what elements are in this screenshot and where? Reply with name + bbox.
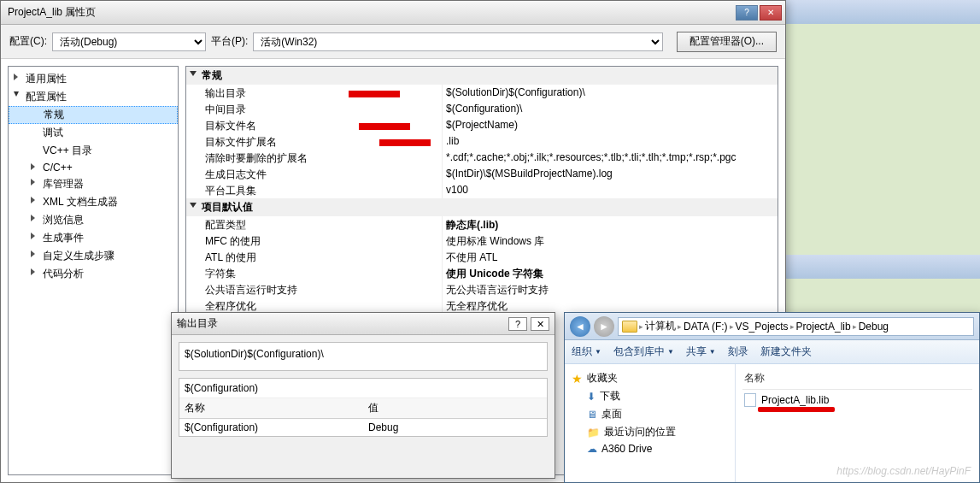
pg-value: *.cdf;*.cache;*.obj;*.ilk;*.resources;*.…	[443, 150, 778, 166]
category-tree[interactable]: 通用属性配置属性常规调试VC++ 目录C/C++库管理器XML 文档生成器浏览信…	[8, 66, 179, 475]
pg-row[interactable]: MFC 的使用使用标准 Windows 库	[186, 233, 778, 249]
desktop-node[interactable]: 🖥桌面	[568, 405, 731, 423]
explorer-toolbar: 组织▼ 包含到库中▼ 共享▼ 刻录 新建文件夹	[565, 340, 979, 364]
tree-item-3[interactable]: 调试	[9, 124, 178, 142]
macro-expanded-value[interactable]: $(SolutionDir)$(Configuration)\	[179, 342, 548, 371]
tree-item-6[interactable]: 库管理器	[9, 175, 178, 193]
annotation-mark	[349, 91, 400, 97]
tree-item-8[interactable]: 浏览信息	[9, 211, 178, 229]
pg-section-1[interactable]: 项目默认值	[186, 198, 778, 216]
bc-computer[interactable]: 计算机	[645, 319, 676, 333]
tree-item-label: 浏览信息	[43, 214, 84, 226]
pg-row[interactable]: 公共语言运行时支持无公共语言运行时支持	[186, 281, 778, 297]
platform-select[interactable]: 活动(Win32)	[253, 32, 663, 51]
config-manager-button[interactable]: 配置管理器(O)...	[677, 32, 777, 52]
macro-close-button[interactable]: ✕	[531, 317, 549, 331]
tree-item-10[interactable]: 自定义生成步骤	[9, 247, 178, 265]
nav-back-button[interactable]: ◄	[570, 316, 590, 337]
newfolder-button[interactable]: 新建文件夹	[760, 345, 812, 359]
explorer-nav: ◄ ► ▸ 计算机▸ DATA (F:)▸ VS_Pojects▸ Projec…	[565, 313, 979, 340]
pg-value: .lib	[443, 133, 778, 150]
config-select[interactable]: 活动(Debug)	[52, 32, 206, 51]
recent-node[interactable]: 📁最近访问的位置	[568, 423, 731, 441]
pg-key: 目标文件名	[186, 117, 443, 133]
pg-row[interactable]: 清除时要删除的扩展名*.cdf;*.cache;*.obj;*.ilk;*.re…	[186, 150, 778, 166]
tree-item-label: 常规	[44, 109, 64, 121]
macro-table: $(Configuration) 名称 值 $(Configuration) D…	[179, 378, 548, 437]
tree-item-9[interactable]: 生成事件	[9, 229, 178, 247]
macro-row[interactable]: $(Configuration) Debug	[179, 419, 547, 437]
pg-value: $(SolutionDir)$(Configuration)\	[443, 85, 778, 101]
pg-section-0[interactable]: 常规	[186, 67, 778, 85]
tree-item-label: C/C++	[43, 162, 73, 174]
pg-row[interactable]: 配置类型静态库(.lib)	[186, 216, 778, 233]
pg-row[interactable]: 中间目录$(Configuration)\	[186, 101, 778, 117]
macro-col-value: 值	[363, 398, 547, 419]
pg-key: 配置类型	[186, 216, 443, 233]
pg-key: 公共语言运行时支持	[186, 281, 443, 297]
pg-key: 目标文件扩展名	[186, 133, 443, 150]
tree-item-label: 代码分析	[43, 268, 84, 280]
pg-row[interactable]: 生成日志文件$(IntDir)\$(MSBuildProjectName).lo…	[186, 166, 778, 182]
help-button[interactable]: ?	[736, 5, 758, 21]
pg-section-title: 项目默认值	[202, 201, 253, 213]
pg-row[interactable]: 平台工具集v100	[186, 182, 778, 198]
config-label: 配置(C):	[9, 34, 47, 49]
pg-row[interactable]: 输出目录$(SolutionDir)$(Configuration)\	[186, 85, 778, 101]
a360-node[interactable]: ☁A360 Drive	[568, 441, 731, 456]
macro-help-button[interactable]: ?	[508, 317, 527, 331]
bc-drive[interactable]: DATA (F:)	[684, 321, 728, 333]
tree-item-label: 通用属性	[26, 73, 67, 85]
tree-item-2[interactable]: 常规	[9, 106, 178, 124]
tree-item-4[interactable]: VC++ 目录	[9, 142, 178, 160]
breadcrumb[interactable]: ▸ 计算机▸ DATA (F:)▸ VS_Pojects▸ ProjectA_l…	[618, 317, 974, 336]
tree-item-7[interactable]: XML 文档生成器	[9, 193, 178, 211]
organize-button[interactable]: 组织▼	[572, 345, 601, 359]
pg-row[interactable]: 目标文件扩展名.lib	[186, 133, 778, 150]
share-button[interactable]: 共享▼	[686, 345, 716, 359]
pg-row[interactable]: 字符集使用 Unicode 字符集	[186, 265, 778, 281]
tree-item-label: 自定义生成步骤	[43, 250, 114, 262]
favorites-node[interactable]: ★收藏夹	[568, 369, 731, 387]
macro-current: $(Configuration)	[179, 379, 547, 398]
pg-row[interactable]: ATL 的使用不使用 ATL	[186, 249, 778, 265]
pg-value: $(IntDir)\$(MSBuildProjectName).log	[443, 166, 778, 182]
bc-folder2[interactable]: ProjectA_lib	[796, 321, 851, 333]
tree-item-label: 库管理器	[43, 178, 84, 190]
nav-forward-button[interactable]: ►	[594, 316, 614, 337]
pg-value: 不使用 ATL	[443, 249, 778, 265]
tree-item-0[interactable]: 通用属性	[9, 70, 178, 88]
pg-key: 字符集	[186, 265, 443, 281]
recent-icon: 📁	[587, 427, 600, 439]
tree-item-label: XML 文档生成器	[43, 196, 118, 208]
pg-key: 输出目录	[186, 85, 443, 101]
pg-key: 生成日志文件	[186, 166, 443, 182]
bc-folder3[interactable]: Debug	[859, 321, 889, 333]
platform-label: 平台(P):	[211, 34, 248, 49]
download-icon: ⬇	[587, 391, 596, 403]
close-button[interactable]: ✕	[760, 5, 782, 21]
macro-editor-popup: 输出目录 ? ✕ $(SolutionDir)$(Configuration)\…	[171, 312, 555, 479]
pg-value: 静态库(.lib)	[443, 216, 778, 233]
arrow-closed-icon	[31, 197, 35, 203]
tree-item-label: 生成事件	[43, 232, 84, 244]
pg-value: 无公共语言运行时支持	[443, 281, 778, 297]
arrow-closed-icon	[31, 268, 35, 275]
downloads-node[interactable]: ⬇下载	[568, 387, 731, 405]
titlebar: ProjectA_lib 属性页 ? ✕	[1, 1, 785, 25]
tree-item-11[interactable]: 代码分析	[9, 265, 178, 283]
arrow-closed-icon	[31, 250, 35, 257]
tree-item-5[interactable]: C/C++	[9, 160, 178, 175]
macro-titlebar: 输出目录 ? ✕	[172, 313, 555, 335]
include-button[interactable]: 包含到库中▼	[613, 345, 674, 359]
tree-item-1[interactable]: 配置属性	[9, 88, 178, 106]
explorer-tree[interactable]: ★收藏夹 ⬇下载 🖥桌面 📁最近访问的位置 ☁A360 Drive	[565, 364, 736, 482]
annotation-underline	[758, 407, 835, 412]
annotation-mark	[379, 139, 431, 146]
bc-folder1[interactable]: VS_Pojects	[736, 321, 789, 333]
watermark-text: https://blog.csdn.net/HayPinF	[836, 465, 971, 477]
burn-button[interactable]: 刻录	[728, 345, 748, 359]
pg-value: 使用标准 Windows 库	[443, 233, 778, 249]
pg-row[interactable]: 目标文件名$(ProjectName)	[186, 117, 778, 133]
window-title: ProjectA_lib 属性页	[4, 5, 734, 20]
